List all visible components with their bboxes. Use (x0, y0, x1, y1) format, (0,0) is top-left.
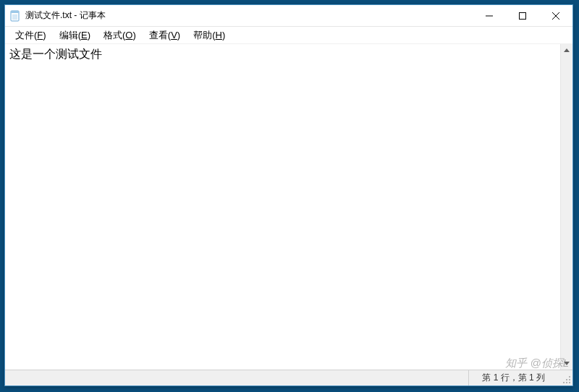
statusbar: 第 1 行，第 1 列 (5, 370, 572, 385)
svg-rect-1 (11, 11, 19, 13)
svg-point-11 (569, 376, 570, 378)
titlebar[interactable]: 测试文件.txt - 记事本 (5, 5, 572, 27)
close-button[interactable] (539, 5, 572, 26)
vertical-scrollbar[interactable] (560, 44, 572, 370)
menu-help[interactable]: 帮助(H) (187, 27, 231, 43)
cursor-position: 第 1 行，第 1 列 (468, 370, 558, 385)
window-title: 测试文件.txt - 记事本 (25, 9, 106, 22)
menu-view[interactable]: 查看(V) (143, 27, 186, 43)
svg-point-15 (566, 382, 567, 383)
svg-point-14 (569, 382, 570, 383)
svg-point-13 (566, 379, 567, 380)
menu-format[interactable]: 格式(O) (98, 27, 142, 43)
menubar: 文件(F) 编辑(E) 格式(O) 查看(V) 帮助(H) (5, 27, 572, 44)
svg-marker-10 (564, 362, 570, 365)
svg-point-16 (563, 382, 565, 383)
maximize-button[interactable] (506, 5, 539, 26)
svg-rect-6 (520, 12, 526, 19)
title-left: 测试文件.txt - 记事本 (5, 9, 473, 22)
scroll-up-icon[interactable] (561, 44, 572, 56)
notepad-icon (9, 10, 21, 22)
svg-point-12 (569, 379, 570, 380)
menu-file[interactable]: 文件(F) (9, 27, 52, 43)
text-editor[interactable]: 这是一个测试文件 (5, 44, 560, 370)
notepad-window: 测试文件.txt - 记事本 文件(F) 编辑(E) 格式(O) 查看(V) 帮… (4, 4, 573, 386)
content-area: 这是一个测试文件 (5, 44, 572, 370)
window-controls (473, 5, 572, 26)
minimize-button[interactable] (473, 5, 506, 26)
resize-grip-icon[interactable] (562, 375, 571, 384)
menu-edit[interactable]: 编辑(E) (54, 27, 96, 43)
svg-marker-9 (564, 48, 570, 52)
scroll-down-icon[interactable] (561, 357, 572, 370)
